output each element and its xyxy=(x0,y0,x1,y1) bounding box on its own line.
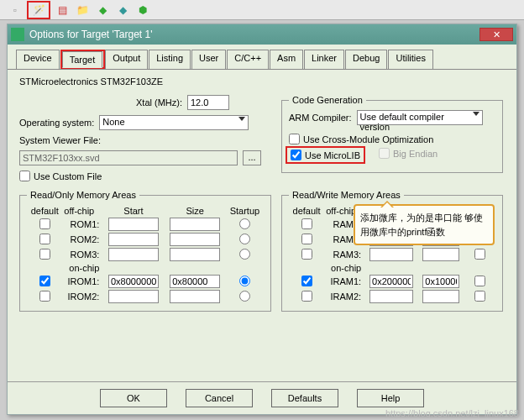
chevron-down-icon xyxy=(238,117,245,121)
irom2-start[interactable] xyxy=(108,290,159,303)
compiler-select[interactable]: Use default compiler version xyxy=(357,110,483,125)
toolbar-btn-0[interactable]: ▫ xyxy=(7,3,24,18)
browse-button[interactable]: ... xyxy=(243,150,261,165)
main-toolbar: ▫ 🪄 ▤ 📁 ◆ ◆ ⬢ xyxy=(0,0,524,20)
iram2-size[interactable] xyxy=(422,290,459,303)
annotation-callout: 添加微库，为的是串口能 够使用微库中的printf函数 xyxy=(354,204,495,245)
rom2-start[interactable] xyxy=(108,233,159,246)
tab-device[interactable]: Device xyxy=(16,50,60,69)
help-button[interactable]: Help xyxy=(357,389,424,407)
irom2-size[interactable] xyxy=(170,290,220,303)
iram2-default[interactable] xyxy=(301,291,312,302)
rom1-size[interactable] xyxy=(170,218,220,231)
chevron-down-icon xyxy=(473,112,479,116)
rom2-size[interactable] xyxy=(170,233,220,246)
bigendian-label: Big Endian xyxy=(393,149,438,159)
tab-asm[interactable]: Asm xyxy=(270,50,303,69)
table-row: ROM3: xyxy=(27,247,264,262)
rom2-default[interactable] xyxy=(39,234,50,244)
tab-listing[interactable]: Listing xyxy=(149,50,191,69)
iram2-start[interactable] xyxy=(369,290,413,303)
rom3-default[interactable] xyxy=(39,249,50,260)
tab-debug[interactable]: Debug xyxy=(345,50,387,69)
rom3-startup[interactable] xyxy=(239,249,250,260)
titlebar: Options for Target 'Target 1' ✕ xyxy=(8,24,516,45)
readonly-legend: Read/Only Memory Areas xyxy=(27,190,139,200)
microlib-highlight: Use MicroLIB xyxy=(286,146,365,164)
ram3-size[interactable] xyxy=(422,248,459,261)
irom1-default[interactable] xyxy=(39,276,50,286)
cancel-button[interactable]: Cancel xyxy=(186,389,253,407)
table-row: IROM2: xyxy=(27,289,264,304)
tab-content: STMicroelectronics STM32F103ZE Xtal (MHz… xyxy=(8,70,516,318)
ram3-noinit[interactable] xyxy=(474,249,485,260)
ram1-default[interactable] xyxy=(301,218,312,229)
compiler-label: ARM Compiler: xyxy=(289,113,352,123)
microlib-label: Use MicroLIB xyxy=(305,150,360,160)
irom1-startup[interactable] xyxy=(239,276,250,286)
readonly-fieldset: Read/Only Memory Areas default off-chip … xyxy=(19,190,271,312)
ok-button[interactable]: OK xyxy=(100,389,167,407)
codegen-legend: Code Generation xyxy=(289,95,366,105)
irom1-size[interactable] xyxy=(170,275,220,288)
wand-icon[interactable]: 🪄 xyxy=(30,3,47,18)
iram1-size[interactable] xyxy=(422,275,459,288)
crossmod-checkbox[interactable] xyxy=(289,134,300,144)
iram1-default[interactable] xyxy=(301,276,312,286)
table-row: IRAM1: xyxy=(289,274,495,289)
xtal-input[interactable] xyxy=(187,95,229,110)
rom1-start[interactable] xyxy=(108,218,159,231)
use-custom-file-label: Use Custom File xyxy=(34,171,102,181)
tab-target[interactable]: Target xyxy=(62,51,103,68)
table-row: RAM3: xyxy=(289,247,495,262)
toolbar-highlight: 🪄 xyxy=(27,1,50,19)
os-label: Operating system: xyxy=(19,118,94,128)
cube-icon[interactable]: ⬢ xyxy=(134,3,151,18)
close-button[interactable]: ✕ xyxy=(479,28,513,41)
rom1-startup[interactable] xyxy=(239,218,250,229)
iram1-noinit[interactable] xyxy=(474,276,485,286)
ram3-default[interactable] xyxy=(301,249,312,260)
codegen-fieldset: Code Generation ARM Compiler: Use defaul… xyxy=(281,95,503,173)
watermark: https://blog.csdn.net/lzj_linux168 xyxy=(385,408,519,418)
ram3-start[interactable] xyxy=(369,248,413,261)
tab-user[interactable]: User xyxy=(191,50,226,69)
irom2-startup[interactable] xyxy=(239,291,250,302)
folder-icon[interactable]: 📁 xyxy=(74,3,91,18)
table-row: ROM2: xyxy=(27,232,264,247)
rom3-start[interactable] xyxy=(108,248,159,261)
dialog-title: Options for Target 'Target 1' xyxy=(29,29,479,40)
tab-ccpp[interactable]: C/C++ xyxy=(227,50,269,69)
dialog-icon xyxy=(11,28,24,41)
iram2-noinit[interactable] xyxy=(474,291,485,302)
iram1-start[interactable] xyxy=(369,275,413,288)
tab-linker[interactable]: Linker xyxy=(304,50,344,69)
ram2-default[interactable] xyxy=(301,234,312,244)
rom1-default[interactable] xyxy=(39,218,50,229)
os-select[interactable]: None xyxy=(99,115,249,130)
options-dialog: Options for Target 'Target 1' ✕ Device T… xyxy=(7,24,517,415)
rom3-size[interactable] xyxy=(170,248,220,261)
irom2-default[interactable] xyxy=(39,291,50,302)
tab-strip: Device Target Output Listing User C/C++ … xyxy=(8,45,516,70)
table-row: ROM1: xyxy=(27,217,264,232)
table-row: IRAM2: xyxy=(289,289,495,304)
tab-output[interactable]: Output xyxy=(105,50,148,69)
stack-icon[interactable]: ▤ xyxy=(54,3,71,18)
defaults-button[interactable]: Defaults xyxy=(271,389,338,407)
xtal-label: Xtal (MHz): xyxy=(136,97,182,108)
dialog-buttons: OK Cancel Defaults Help xyxy=(8,381,516,407)
tab-utilities[interactable]: Utilities xyxy=(388,50,432,69)
diamond-green-icon[interactable]: ◆ xyxy=(94,3,111,18)
sysview-label: System Viewer File: xyxy=(19,135,101,145)
microlib-checkbox[interactable] xyxy=(291,150,301,160)
device-name: STMicroelectronics STM32F103ZE xyxy=(19,76,505,87)
crossmod-label: Use Cross-Module Optimization xyxy=(303,134,433,144)
tab-target-highlight: Target xyxy=(60,50,106,69)
irom1-start[interactable] xyxy=(108,275,159,288)
use-custom-file-checkbox[interactable] xyxy=(19,171,30,181)
bigendian-checkbox xyxy=(379,148,390,159)
diamond-cyan-icon[interactable]: ◆ xyxy=(114,3,131,18)
table-row: IROM1: xyxy=(27,274,264,289)
rom2-startup[interactable] xyxy=(239,234,250,244)
